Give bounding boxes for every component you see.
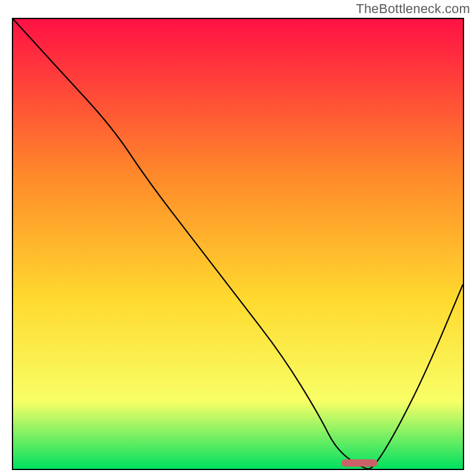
watermark-text: TheBottleneck.com <box>356 1 470 17</box>
gradient-background <box>13 19 463 469</box>
chart-svg <box>13 19 463 469</box>
minimum-marker <box>342 459 377 466</box>
chart-frame <box>12 18 464 470</box>
